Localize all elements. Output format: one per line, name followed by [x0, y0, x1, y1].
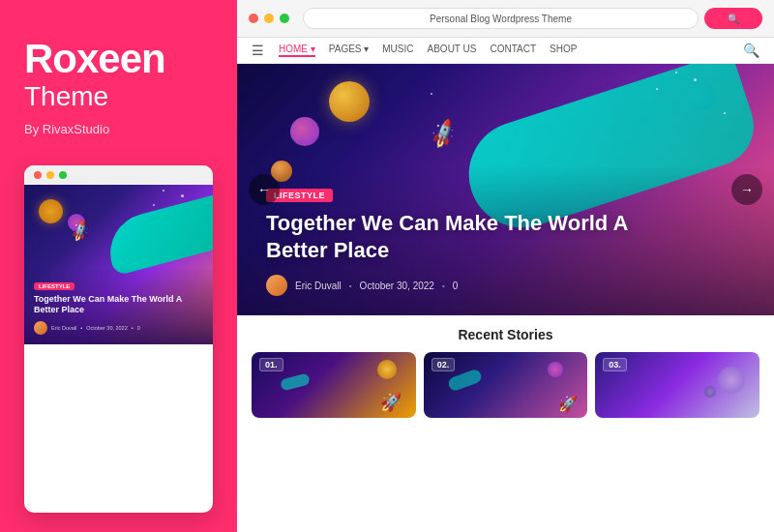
story-card-3[interactable]: 03.	[595, 352, 759, 418]
nav-item-pages[interactable]: PAGES ▾	[329, 44, 370, 57]
mini-meta-dot-1: •	[80, 325, 82, 331]
mini-lifestyle-tag: LIFESTYLE	[34, 282, 74, 290]
search-icon: 🔍	[728, 14, 739, 24]
hero-comments: 0	[453, 281, 459, 291]
mini-meta-date: October 30, 2022	[86, 325, 128, 331]
mini-star-1	[181, 194, 184, 197]
story-card-1[interactable]: 🚀 01.	[252, 352, 416, 418]
planet-purple	[290, 117, 319, 146]
dot-yellow	[264, 14, 274, 23]
browser-chrome: Personal Blog Wordpress Theme 🔍	[237, 0, 774, 38]
hero-next-arrow[interactable]: →	[731, 174, 762, 205]
hero-overlay: LIFESTYLE Together We Can Make The World…	[237, 165, 774, 315]
rocket-icon: 🚀	[427, 118, 461, 152]
next-icon: →	[740, 182, 754, 197]
mini-browser-card: 🚀 LIFESTYLE Together We Can Make The Wor…	[24, 165, 213, 513]
star-1	[694, 78, 697, 81]
brand-subtitle: Theme	[24, 81, 213, 112]
card2-planet	[548, 362, 563, 377]
recent-stories-section: Recent Stories 🚀 01. 🚀 02. 03.	[237, 315, 774, 428]
nav-item-home[interactable]: HOME ▾	[279, 44, 315, 57]
mini-meta-author: Eric Duvall	[51, 325, 76, 331]
browser-address-bar[interactable]: Personal Blog Wordpress Theme	[303, 8, 699, 29]
recent-stories-title: Recent Stories	[252, 327, 759, 342]
mini-browser-content: 🚀 LIFESTYLE Together We Can Make The Wor…	[24, 185, 213, 509]
mini-dot-green	[59, 171, 67, 179]
mini-rocket-icon: 🚀	[68, 219, 93, 244]
card3-planet-small	[704, 386, 716, 398]
story-card-1-num: 01.	[259, 358, 283, 371]
nav-item-about[interactable]: ABOUT US	[428, 44, 477, 57]
nav-search-icon[interactable]: 🔍	[743, 43, 759, 58]
mini-meta-comments: 0	[137, 325, 140, 331]
hero-avatar	[266, 275, 287, 296]
left-panel: Roxeen Theme By RivaxStudio 🚀 LIFESTYLE …	[0, 0, 237, 532]
star-3	[675, 72, 677, 74]
dot-green	[280, 14, 289, 23]
mini-dot-red	[34, 171, 42, 179]
card1-rocket: 🚀	[380, 392, 402, 413]
site-nav: ☰ HOME ▾ PAGES ▾ MUSIC ABOUT US CONTACT …	[237, 38, 774, 64]
mini-browser-bar	[24, 165, 213, 185]
mini-meta-dot-2: •	[132, 325, 134, 331]
hamburger-icon[interactable]: ☰	[252, 43, 264, 58]
hero-prev-arrow[interactable]: ←	[249, 174, 280, 205]
right-panel: Personal Blog Wordpress Theme 🔍 ☰ HOME ▾…	[237, 0, 774, 532]
planet-yellow	[329, 81, 370, 122]
hero-section: 🚀 ← → LIFESTYLE Together We Can Make The…	[237, 64, 774, 315]
prev-icon: ←	[257, 182, 271, 197]
dot-red	[249, 14, 258, 23]
story-cards-container: 🚀 01. 🚀 02. 03.	[252, 352, 759, 418]
card2-wave	[446, 368, 483, 392]
mini-hero: 🚀 LIFESTYLE Together We Can Make The Wor…	[24, 185, 213, 344]
mini-hero-title: Together We Can Make The World A Better …	[34, 294, 203, 316]
hero-dot-2: •	[442, 281, 445, 290]
hero-date: October 30, 2022	[360, 281, 434, 291]
brand-author: By RivaxStudio	[24, 122, 213, 136]
mini-star-2	[153, 204, 155, 206]
mini-hero-overlay: LIFESTYLE Together We Can Make The World…	[24, 267, 213, 344]
nav-links: HOME ▾ PAGES ▾ MUSIC ABOUT US CONTACT SH…	[279, 44, 577, 57]
star-5	[431, 93, 432, 95]
hero-title: Together We Can Make The World A Better …	[266, 210, 672, 265]
browser-search-button[interactable]: 🔍	[704, 8, 762, 29]
card1-planet	[377, 360, 397, 379]
hero-dot-1: •	[349, 281, 352, 290]
star-4	[724, 112, 726, 114]
story-card-2-num: 02.	[432, 358, 456, 371]
address-text: Personal Blog Wordpress Theme	[430, 14, 572, 24]
mini-star-3	[163, 190, 164, 192]
mini-avatar	[34, 321, 47, 335]
star-2	[656, 88, 658, 90]
mini-dot-yellow	[46, 171, 54, 179]
mini-teal-wave	[102, 194, 213, 276]
nav-item-music[interactable]: MUSIC	[382, 44, 413, 57]
hero-meta: Eric Duvall • October 30, 2022 • 0	[266, 275, 745, 296]
card1-wave	[280, 372, 311, 391]
card3-planet-big	[718, 367, 745, 394]
story-card-2[interactable]: 🚀 02.	[424, 352, 588, 418]
nav-item-shop[interactable]: SHOP	[550, 44, 577, 57]
story-card-3-num: 03.	[603, 358, 627, 371]
hero-author: Eric Duvall	[295, 281, 342, 291]
nav-item-contact[interactable]: CONTACT	[490, 44, 536, 57]
card2-rocket: 🚀	[558, 395, 578, 413]
mini-meta: Eric Duvall • October 30, 2022 • 0	[34, 321, 203, 335]
brand-name: Roxeen	[24, 39, 213, 79]
